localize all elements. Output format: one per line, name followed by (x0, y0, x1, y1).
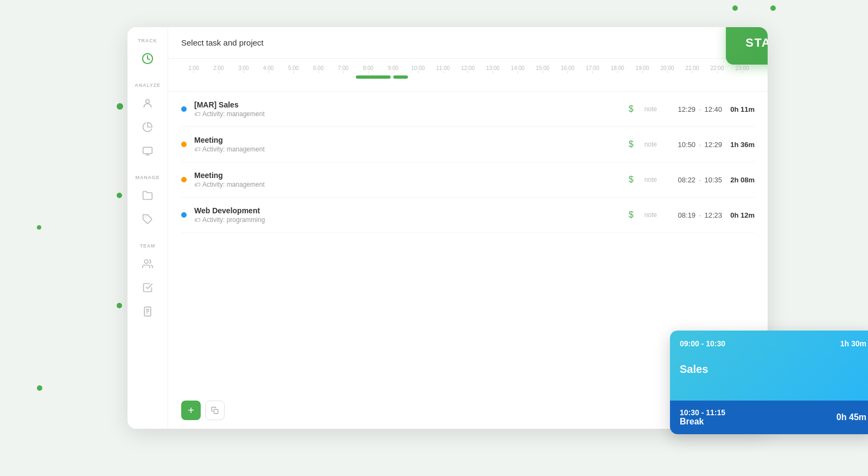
hour-tick: 2:00 (206, 65, 231, 71)
timeline-area: 1:002:003:004:005:006:007:008:009:0010:0… (168, 59, 768, 92)
billable-icon[interactable]: $ (629, 210, 634, 220)
timeline-bar-3 (393, 75, 407, 79)
entry-time: 12:29 - 12:40 (657, 105, 722, 113)
copy-button[interactable] (205, 401, 225, 420)
entry-dash: - (699, 105, 701, 113)
sidebar-item-track[interactable] (137, 48, 158, 69)
deco-dot-2 (770, 5, 776, 11)
sidebar-item-members[interactable] (137, 253, 158, 275)
sidebar-section-manage: MANAGE (127, 175, 168, 232)
entry-activity: 🏷 Activity: programming (194, 216, 629, 224)
entry-note[interactable]: note (644, 211, 657, 219)
sidebar-item-screen[interactable] (137, 140, 158, 162)
tooltip-bottom: 10:30 - 11:15 Break 0h 45m (670, 401, 868, 434)
entry-info: [MAR] Sales 🏷 Activity: management (194, 100, 629, 118)
entry-start-time: 12:29 (678, 105, 696, 113)
hour-tick: 3:00 (231, 65, 256, 71)
hour-tick: 7:00 (331, 65, 356, 71)
entry-start-time: 10:50 (678, 141, 696, 149)
entry-time: 08:19 - 12:23 (657, 211, 722, 219)
hour-tick: 8:00 (356, 65, 381, 71)
add-entry-button[interactable]: + (181, 401, 201, 420)
entry-note[interactable]: note (644, 105, 657, 113)
sidebar-item-dashboard[interactable] (137, 92, 158, 114)
hour-tick: 21:00 (680, 65, 705, 71)
track-label: TRACK (138, 38, 157, 43)
entry-actions: $ note (629, 104, 657, 114)
svg-rect-12 (214, 409, 218, 414)
entry-end-time: 12:29 (704, 141, 722, 149)
entry-activity: 🏷 Activity: management (194, 181, 629, 188)
timeline-ruler: 1:002:003:004:005:006:007:008:009:0010:0… (181, 65, 755, 87)
table-row: [MAR] Sales 🏷 Activity: management $ not… (181, 92, 755, 127)
hour-tick: 1:00 (181, 65, 206, 71)
tag-icon: 🏷 (194, 217, 200, 223)
tooltip-top-time: 09:00 - 10:30 (680, 339, 725, 348)
entry-dash: - (699, 211, 701, 219)
hour-tick: 6:00 (306, 65, 331, 71)
activity-label: Activity: management (202, 110, 265, 118)
hour-tick: 5:00 (281, 65, 306, 71)
tooltip-top: 09:00 - 10:30 1h 30m Sales (670, 331, 868, 401)
entry-end-time: 10:35 (704, 176, 722, 184)
entry-actions: $ note (629, 139, 657, 149)
entry-title: [MAR] Sales (194, 100, 629, 109)
app-container: TRACK ANALYZE (127, 27, 768, 429)
entry-note[interactable]: note (644, 176, 657, 183)
billable-icon[interactable]: $ (629, 104, 634, 114)
entry-dot (181, 212, 187, 218)
entry-duration: 1h 36m (722, 141, 755, 149)
entry-info: Web Development 🏷 Activity: programming (194, 206, 629, 224)
hour-tick: 19:00 (630, 65, 655, 71)
billable-icon[interactable]: $ (629, 139, 634, 149)
sidebar-section-track: TRACK (127, 38, 168, 72)
sidebar-section-analyze: ANALYZE (127, 82, 168, 164)
tooltip-top-time-row: 09:00 - 10:30 1h 30m (680, 339, 866, 348)
activity-label: Activity: management (202, 145, 265, 153)
sidebar-section-team: TEAM (127, 243, 168, 325)
tooltip-bottom-title: Break (680, 417, 725, 427)
table-row: Meeting 🏷 Activity: management $ note 10… (181, 127, 755, 162)
tooltip-bottom-time: 10:30 - 11:15 (680, 408, 725, 417)
deco-dot-3 (117, 103, 123, 110)
tooltip-top-duration: 1h 30m (840, 339, 866, 348)
entry-duration: 0h 11m (722, 105, 755, 113)
entry-title: Meeting (194, 136, 629, 144)
entry-dash: - (699, 176, 701, 184)
deco-dot-4 (117, 193, 122, 198)
deco-dot-6 (117, 303, 122, 308)
activity-label: Activity: management (202, 181, 265, 188)
hour-tick: 20:00 (655, 65, 680, 71)
entry-title: Web Development (194, 206, 629, 215)
timeline-bars (181, 75, 755, 80)
entry-note[interactable]: note (644, 141, 657, 148)
tag-icon: 🏷 (194, 111, 200, 117)
entry-dot (181, 106, 187, 112)
select-task-btn[interactable]: Select task and project (181, 38, 730, 47)
timeline-bar-2 (376, 75, 390, 79)
tooltip-card: 09:00 - 10:30 1h 30m Sales 10:30 - 11:15… (670, 331, 868, 434)
sidebar-item-tasks[interactable] (137, 277, 158, 299)
sidebar-item-team-reports[interactable] (137, 301, 158, 322)
entry-duration: 0h 12m (722, 211, 755, 219)
svg-point-6 (144, 260, 148, 264)
tag-icon: 🏷 (194, 181, 200, 188)
entry-activity: 🏷 Activity: management (194, 145, 629, 153)
sidebar-item-projects[interactable] (137, 185, 158, 206)
deco-dot-1 (732, 5, 738, 11)
hour-tick: 10:00 (406, 65, 431, 71)
hour-tick: 11:00 (431, 65, 456, 71)
tag-icon: 🏷 (194, 146, 200, 153)
entry-actions: $ note (629, 175, 657, 185)
entry-dot (181, 177, 187, 182)
sidebar-item-reports[interactable] (137, 116, 158, 138)
billable-icon[interactable]: $ (629, 175, 634, 185)
hour-tick: 13:00 (480, 65, 505, 71)
hour-tick: 9:00 (381, 65, 406, 71)
entry-end-time: 12:40 (704, 105, 722, 113)
svg-point-1 (146, 99, 150, 103)
sidebar-item-tags[interactable] (137, 208, 158, 230)
start-timer-button[interactable]: START TIMER (726, 27, 768, 65)
tooltip-bottom-duration: 0h 45m (837, 412, 866, 422)
deco-dot-7 (37, 385, 42, 391)
